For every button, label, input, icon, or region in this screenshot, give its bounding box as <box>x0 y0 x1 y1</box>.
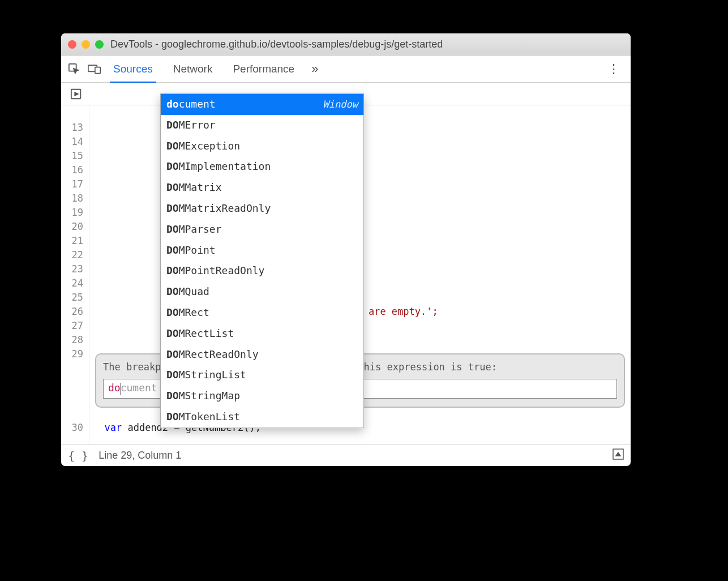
status-bar: { } Line 29, Column 1 <box>61 445 631 466</box>
close-window-button[interactable] <box>68 40 76 49</box>
device-toggle-icon[interactable] <box>86 61 103 78</box>
line-number[interactable]: 13 <box>61 121 83 135</box>
inspect-element-icon[interactable] <box>66 61 83 78</box>
autocomplete-item[interactable]: DOMImplementation <box>161 156 363 177</box>
maximize-window-button[interactable] <box>95 40 104 49</box>
window-title: DevTools - googlechrome.github.io/devtoo… <box>104 39 624 50</box>
resume-script-icon[interactable] <box>68 86 85 102</box>
autocomplete-item[interactable]: DOMStringMap <box>161 386 363 407</box>
autocomplete-item[interactable]: DOMMatrix <box>161 177 363 198</box>
autocomplete-item[interactable]: documentWindow <box>161 94 363 115</box>
svg-rect-2 <box>95 67 100 73</box>
autocomplete-popup[interactable]: documentWindowDOMErrorDOMExceptionDOMImp… <box>160 93 364 428</box>
more-tabs-button[interactable]: » <box>311 62 318 76</box>
tab-sources[interactable]: Sources <box>110 56 156 82</box>
autocomplete-item[interactable]: DOMMatrixReadOnly <box>161 198 363 219</box>
line-number[interactable]: 16 <box>61 163 83 177</box>
line-number[interactable]: 22 <box>61 248 83 262</box>
cursor-position: Line 29, Column 1 <box>99 450 181 462</box>
line-number[interactable] <box>61 106 83 121</box>
line-number[interactable]: 28 <box>61 333 83 347</box>
autocomplete-item[interactable]: DOMRectList <box>161 323 363 344</box>
line-number[interactable]: 29 <box>61 347 83 361</box>
autocomplete-item[interactable]: DOMStringList <box>161 365 363 386</box>
line-number[interactable]: 27 <box>61 319 83 333</box>
line-number[interactable]: 18 <box>61 191 83 206</box>
devtools-toolbar: Sources Network Performance » ⋮ <box>61 55 631 83</box>
autocomplete-item[interactable]: DOMParser <box>161 219 363 240</box>
line-number[interactable]: 21 <box>61 234 83 248</box>
line-number[interactable]: 19 <box>61 206 83 220</box>
collapse-pane-icon[interactable] <box>613 448 624 463</box>
autocomplete-item[interactable]: DOMRectReadOnly <box>161 344 363 365</box>
line-gutter[interactable]: 1314151617181920212223242526272829 <box>61 105 89 445</box>
settings-menu-button[interactable]: ⋮ <box>599 62 626 76</box>
line-number[interactable]: 20 <box>61 220 83 234</box>
autocomplete-item[interactable]: DOMError <box>161 115 363 136</box>
autocomplete-item[interactable]: DOMPoint <box>161 240 363 261</box>
code-text <box>93 136 99 147</box>
panel-tabs: Sources Network Performance <box>110 56 298 82</box>
autocomplete-item[interactable]: DOMRect <box>161 302 363 323</box>
text-caret <box>121 383 121 395</box>
line-number[interactable]: 14 <box>61 135 83 149</box>
devtools-window: DevTools - googlechrome.github.io/devtoo… <box>61 33 631 466</box>
line-number[interactable]: 15 <box>61 149 83 163</box>
line-number[interactable]: 23 <box>61 262 83 276</box>
line-number[interactable]: 26 <box>61 305 83 319</box>
titlebar[interactable]: DevTools - googlechrome.github.io/devtoo… <box>61 33 631 55</box>
line-number[interactable]: 25 <box>61 290 83 305</box>
pretty-print-icon[interactable]: { } <box>68 449 88 463</box>
line-number[interactable]: 17 <box>61 177 83 191</box>
minimize-window-button[interactable] <box>82 40 90 49</box>
gutter-30[interactable]: 30 <box>61 421 89 435</box>
autocomplete-item[interactable]: DOMException <box>161 136 363 157</box>
traffic-lights <box>68 40 104 49</box>
tab-performance[interactable]: Performance <box>229 56 298 82</box>
autocomplete-item[interactable]: DOMQuad <box>161 281 363 302</box>
autocomplete-item[interactable]: DOMTokenList <box>161 407 363 428</box>
line-number[interactable]: 24 <box>61 276 83 290</box>
autocomplete-type: Window <box>323 97 358 112</box>
tab-network[interactable]: Network <box>170 56 216 82</box>
autocomplete-item[interactable]: DOMPointReadOnly <box>161 260 363 281</box>
